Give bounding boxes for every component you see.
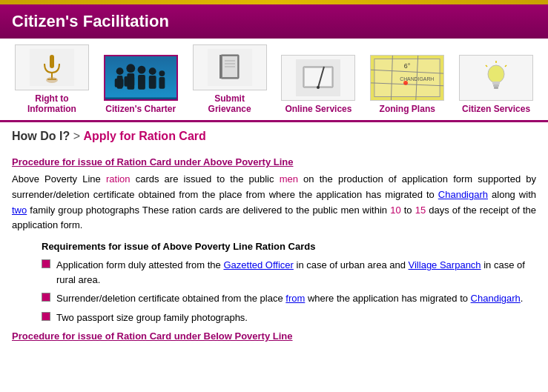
bullet-2 (42, 293, 50, 302)
requirement-text-2: Surrender/deletion certificate obtained … (56, 291, 523, 306)
highlight-ration: ration (106, 173, 131, 185)
icon-box-map: 6° CHANDIGARH (370, 55, 444, 101)
svg-rect-19 (159, 77, 165, 89)
requirement-text-1: Application form duly attested from the … (56, 258, 536, 287)
nav-item-citizens-charter[interactable]: Citizen's Charter (96, 55, 185, 122)
nav-area: Right toInformation (0, 39, 548, 122)
svg-rect-1 (50, 55, 54, 68)
svg-point-42 (488, 65, 504, 83)
svg-point-10 (126, 64, 135, 73)
icon-box-people (104, 55, 178, 101)
nav-item-zoning-plans[interactable]: 6° CHANDIGARH Zoning Plans (363, 55, 452, 122)
svg-rect-29 (305, 68, 331, 86)
svg-point-4 (46, 77, 58, 83)
nav-item-right-to-info[interactable]: Right toInformation (7, 44, 96, 122)
svg-rect-45 (494, 87, 498, 89)
main-content: Procedure for issue of Ration Card under… (0, 146, 548, 358)
breadcrumb: How Do I? > Apply for Ration Card (0, 122, 548, 146)
svg-point-6 (116, 67, 123, 75)
paragraph1: Above Poverty Line ration cards are issu… (12, 172, 536, 233)
breadcrumb-link[interactable]: Apply for Ration Card (83, 130, 205, 142)
svg-rect-8 (114, 79, 118, 87)
requirement-text-3: Two passport size group family photograp… (56, 310, 248, 325)
page-title: Citizen's Facilitation (12, 12, 536, 31)
svg-rect-13 (130, 76, 134, 87)
svg-text:CHANDIGARH: CHANDIGARH (400, 76, 434, 82)
svg-point-40 (403, 81, 408, 85)
link-from[interactable]: from (285, 293, 305, 304)
svg-rect-44 (493, 84, 499, 87)
svg-rect-12 (124, 76, 128, 87)
nav-label-online-services: Online Services (285, 104, 351, 116)
link-village[interactable]: Village Sarpanch (409, 259, 481, 270)
highlight-10: 10 (390, 205, 400, 216)
nav-item-citizen-services[interactable]: Citizen Services (452, 55, 541, 122)
breadcrumb-arrow: > (73, 130, 80, 142)
bullet-1 (42, 259, 50, 268)
nav-label-right-to-info: Right toInformation (27, 93, 76, 116)
icon-box-mic (15, 44, 89, 90)
requirement-item-1: Application form duly attested from the … (42, 258, 536, 287)
nav-label-submit-grievance: SubmitGrievance (208, 93, 251, 116)
nav-label-zoning-plans: Zoning Plans (380, 104, 435, 116)
requirement-item-2: Surrender/deletion certificate obtained … (42, 291, 536, 306)
svg-point-31 (317, 86, 320, 89)
svg-point-14 (137, 66, 145, 74)
svg-rect-26 (219, 55, 222, 79)
svg-rect-9 (119, 79, 123, 87)
svg-point-16 (149, 67, 156, 75)
highlight-15: 15 (415, 205, 426, 216)
requirements-list: Application form duly attested from the … (42, 258, 536, 325)
highlight-men: men (280, 173, 298, 185)
svg-point-18 (159, 70, 165, 76)
svg-rect-15 (138, 75, 145, 90)
svg-rect-43 (492, 82, 500, 84)
link-chandigarh[interactable]: Chandigarh (438, 189, 488, 200)
breadcrumb-prefix: How Do I? (12, 130, 70, 142)
bullet-3 (42, 312, 50, 321)
icon-box-bulb (459, 55, 533, 101)
header: Citizen's Facilitation (0, 4, 548, 39)
nav-label-citizen-services: Citizen Services (462, 104, 530, 116)
link-gazetted[interactable]: Gazetted Officer (223, 259, 293, 270)
nav-item-submit-grievance[interactable]: SubmitGrievance (185, 44, 274, 122)
icon-box-pen (281, 55, 355, 101)
section1-title: Procedure for issue of Ration Card under… (12, 156, 536, 167)
link-chandigarh2[interactable]: Chandigarh (471, 293, 521, 304)
icon-box-book (193, 44, 267, 90)
section2-title: Procedure for issue of Ration Card under… (12, 330, 536, 342)
svg-text:6°: 6° (404, 62, 410, 70)
nav-item-online-services[interactable]: Online Services (274, 55, 363, 122)
link-two[interactable]: two (12, 205, 27, 216)
nav-label-citizens-charter: Citizen's Charter (105, 104, 176, 116)
svg-rect-17 (149, 76, 156, 89)
requirement-item-3: Two passport size group family photograp… (42, 310, 536, 325)
sub-heading: Requirements for issue of Above Poverty … (42, 241, 536, 252)
